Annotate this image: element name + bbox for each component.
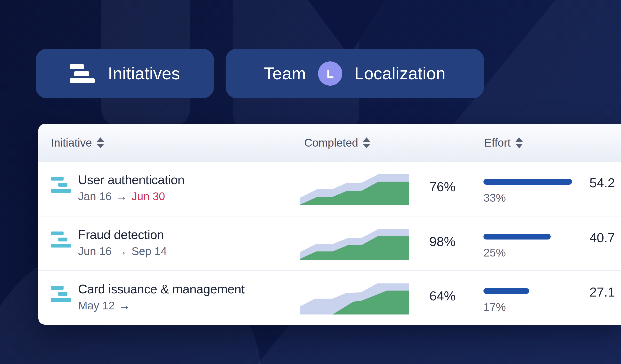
- initiative-icon: [51, 231, 71, 247]
- screenshot-root: Initiatives Team L Localization Initiati…: [0, 0, 621, 364]
- column-header-completed-label: Completed: [304, 136, 358, 149]
- team-pill-name: Localization: [354, 64, 446, 83]
- column-header-initiative-label: Initiative: [51, 136, 92, 149]
- initiative-name: Card issuance & management: [78, 281, 245, 296]
- initiative-dates: May 12 →: [78, 298, 245, 312]
- completed-percent: 98%: [383, 234, 456, 249]
- arrow-right-icon: →: [116, 189, 127, 203]
- effort-percent: 33%: [483, 191, 506, 204]
- column-header-completed[interactable]: Completed: [304, 124, 370, 162]
- table-row[interactable]: Card issuance & management May 12 → 64% …: [38, 270, 621, 325]
- sort-icon: [97, 137, 104, 148]
- table-header: Initiative Completed Effort: [38, 124, 621, 162]
- date-end: Jun 30: [132, 189, 165, 203]
- team-filter-pill[interactable]: Team L Localization: [225, 49, 484, 98]
- date-start: Jun 16: [78, 244, 112, 258]
- column-header-effort[interactable]: Effort: [484, 124, 523, 162]
- effort-value: 40.7: [542, 230, 615, 245]
- column-header-initiative[interactable]: Initiative: [51, 124, 104, 162]
- initiatives-pill-label: Initiatives: [108, 64, 180, 83]
- effort-percent: 17%: [483, 300, 506, 313]
- table-row[interactable]: User authentication Jan 16 → Jun 30 76% …: [38, 162, 621, 216]
- date-end: Sep 14: [132, 244, 167, 258]
- initiative-name: User authentication: [78, 172, 185, 187]
- effort-bar: [483, 234, 551, 240]
- date-start: Jan 16: [78, 189, 112, 203]
- effort-percent: 25%: [483, 246, 506, 259]
- initiatives-filter-pill[interactable]: Initiatives: [36, 49, 214, 98]
- initiative-name: Fraud detection: [78, 227, 167, 242]
- effort-value: 54.2: [542, 175, 615, 190]
- column-header-effort-label: Effort: [484, 136, 511, 149]
- initiatives-table-card: Initiative Completed Effort User authent…: [38, 124, 621, 325]
- completed-percent: 64%: [383, 288, 456, 303]
- initiatives-bars-icon: [70, 64, 95, 83]
- team-avatar: L: [318, 61, 342, 86]
- initiative-dates: Jan 16 → Jun 30: [78, 189, 185, 203]
- team-pill-prefix: Team: [264, 64, 306, 83]
- table-row[interactable]: Fraud detection Jun 16 → Sep 14 98% 25% …: [38, 216, 621, 270]
- sort-icon: [363, 137, 370, 148]
- date-start: May 12: [78, 298, 115, 312]
- initiative-dates: Jun 16 → Sep 14: [78, 244, 167, 258]
- initiative-icon: [51, 286, 71, 302]
- initiative-icon: [51, 177, 71, 193]
- effort-bar: [483, 288, 529, 294]
- effort-value: 27.1: [542, 284, 615, 299]
- sort-icon: [516, 137, 523, 148]
- arrow-right-icon: →: [119, 298, 130, 312]
- arrow-right-icon: →: [116, 244, 127, 258]
- completed-percent: 76%: [383, 179, 456, 194]
